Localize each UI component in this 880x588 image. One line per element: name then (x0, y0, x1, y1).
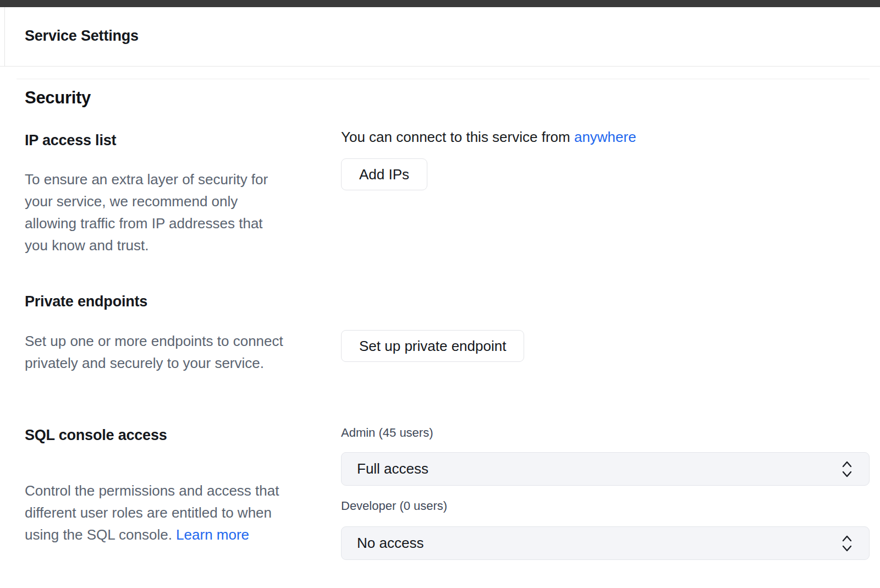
sql-console-access-description: Control the permissions and access that … (25, 458, 344, 546)
setup-private-endpoint-button[interactable]: Set up private endpoint (341, 330, 524, 362)
private-endpoints-description: Set up one or more endpoints to connect … (25, 330, 344, 374)
admin-access-select-value: Full access (357, 460, 840, 477)
chevron-up-down-icon (840, 534, 854, 553)
section-divider (16, 79, 870, 79)
sql-console-access-heading: SQL console access (25, 427, 167, 444)
developer-users-label: Developer (0 users) (341, 499, 447, 513)
header-bottom-border (0, 66, 880, 67)
developer-access-select-value: No access (357, 535, 840, 552)
security-section-title: Security (25, 88, 91, 108)
connect-from-text-part: You can connect to this service from (341, 129, 574, 145)
panel-divider-line (4, 7, 5, 66)
admin-users-label: Admin (45 users) (341, 426, 433, 440)
connect-from-text: You can connect to this service from any… (341, 129, 636, 146)
add-ips-button[interactable]: Add IPs (341, 158, 427, 190)
ip-access-list-heading: IP access list (25, 132, 116, 149)
private-endpoints-heading: Private endpoints (25, 293, 147, 310)
ip-access-list-description: To ensure an extra layer of security for… (25, 168, 344, 256)
page-title: Service Settings (25, 28, 139, 45)
chevron-up-down-icon (840, 459, 854, 479)
admin-access-select[interactable]: Full access (341, 452, 870, 486)
anywhere-link[interactable]: anywhere (574, 129, 636, 145)
developer-access-select[interactable]: No access (341, 526, 870, 560)
service-settings-page: Service Settings Security IP access list… (0, 0, 880, 588)
learn-more-link[interactable]: Learn more (176, 526, 249, 543)
window-top-bar (0, 0, 880, 7)
